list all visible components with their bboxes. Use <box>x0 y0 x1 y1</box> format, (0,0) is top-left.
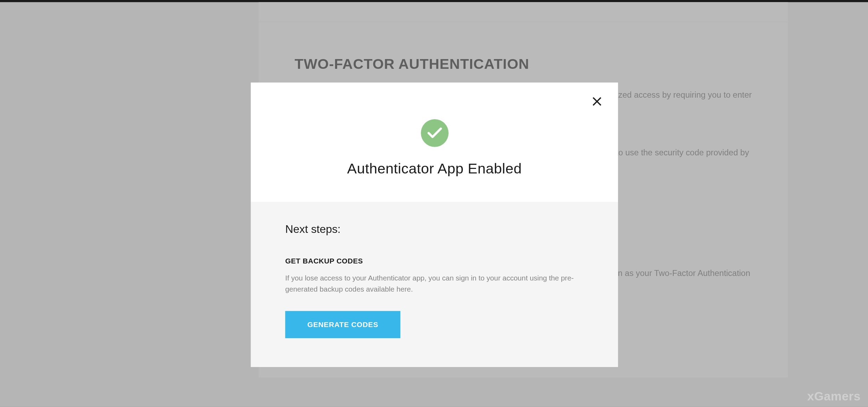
backup-codes-title: GET BACKUP CODES <box>285 257 584 265</box>
next-steps-label: Next steps: <box>285 223 584 236</box>
modal-title: Authenticator App Enabled <box>267 160 601 177</box>
checkmark-icon <box>427 127 442 139</box>
generate-codes-button[interactable]: GENERATE CODES <box>285 311 400 338</box>
watermark: xGamers <box>807 389 861 404</box>
close-icon <box>593 97 602 106</box>
backup-codes-description: If you lose access to your Authenticator… <box>285 273 578 294</box>
modal-header: Authenticator App Enabled <box>251 83 618 202</box>
success-indicator <box>420 119 448 147</box>
modal-body: Next steps: GET BACKUP CODES If you lose… <box>251 202 618 367</box>
close-button[interactable] <box>590 95 603 108</box>
page-background: TWO-FACTOR AUTHENTICATION Two-factor aut… <box>0 2 868 407</box>
authenticator-enabled-modal: Authenticator App Enabled Next steps: GE… <box>251 83 618 367</box>
